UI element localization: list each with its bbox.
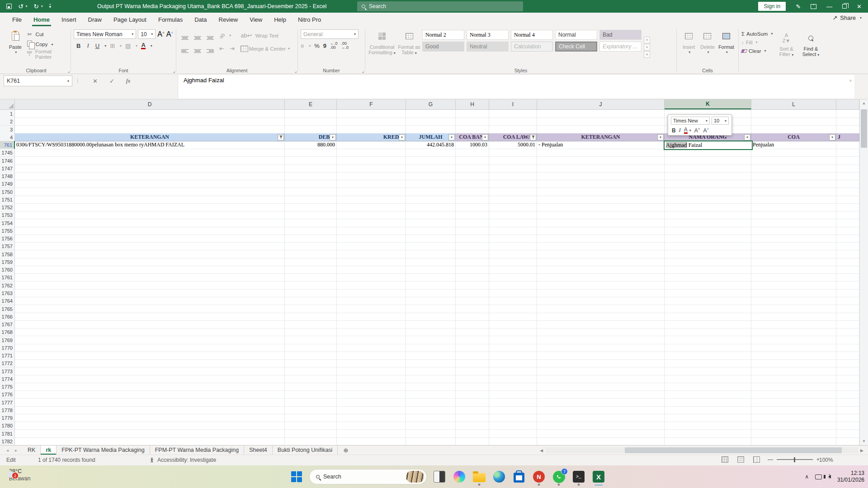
autosum-button[interactable]: ΣAutoSum▾ — [741, 30, 773, 38]
cell-K1782[interactable] — [665, 437, 751, 445]
cell-K1773[interactable] — [665, 367, 751, 375]
cell-I1759[interactable] — [489, 258, 537, 266]
align-bottom-icon[interactable] — [204, 30, 216, 41]
cell-I1751[interactable] — [489, 196, 537, 204]
cancel-icon[interactable]: ✕ — [93, 78, 98, 84]
cell-J2[interactable] — [537, 117, 665, 126]
cell-D1776[interactable] — [15, 390, 285, 399]
cell-E1762[interactable] — [285, 282, 337, 290]
edit-cell-K761[interactable]: Ajghmad Faizal — [664, 141, 753, 150]
cell-E1755[interactable] — [285, 227, 337, 235]
cell-E1752[interactable] — [285, 203, 337, 211]
cell-D2[interactable] — [15, 117, 285, 126]
cell-I1772[interactable] — [489, 359, 537, 367]
clear-button[interactable]: Clear▾ — [741, 47, 773, 55]
cell-E1757[interactable] — [285, 242, 337, 250]
cell-E1781[interactable] — [285, 430, 337, 438]
cell-J1753[interactable] — [537, 211, 665, 219]
cell-J1776[interactable] — [537, 390, 665, 399]
cell-F1779[interactable] — [337, 414, 406, 422]
column-header-E[interactable]: E — [285, 99, 337, 109]
redo-dropdown-icon[interactable]: ▾ — [41, 5, 43, 8]
cell-M1769[interactable] — [836, 336, 859, 344]
cell-I1774[interactable] — [489, 375, 537, 383]
cell-I1763[interactable] — [489, 289, 537, 297]
cell-H1780[interactable] — [456, 422, 489, 430]
cell-L1768[interactable] — [751, 328, 836, 336]
cell-L761[interactable]: Penjualan — [751, 141, 836, 149]
cell-D1747[interactable] — [15, 164, 285, 173]
cell-H1769[interactable] — [456, 336, 489, 344]
cell-F1776[interactable] — [337, 390, 406, 399]
cell-F1747[interactable] — [337, 164, 406, 173]
cell-J761[interactable]: - Penjualan — [537, 141, 665, 149]
row-number-1758[interactable]: 1758 — [0, 250, 15, 258]
cell-M1753[interactable] — [836, 211, 859, 219]
sheet-tab-rk[interactable]: RK — [23, 446, 41, 455]
row-number-1757[interactable]: 1757 — [0, 242, 15, 250]
cell-G1780[interactable] — [406, 422, 456, 430]
cell-I1780[interactable] — [489, 422, 537, 430]
cell-L4[interactable]: COA▾ — [751, 133, 836, 141]
cell-I1779[interactable] — [489, 414, 537, 422]
row-number-2[interactable]: 2 — [0, 117, 15, 126]
row-number-1752[interactable]: 1752 — [0, 203, 15, 211]
cell-H1773[interactable] — [456, 367, 489, 375]
conditional-formatting-button[interactable]: ConditionalFormatting▾ — [368, 28, 396, 66]
terminal-icon[interactable]: >_ — [571, 469, 586, 484]
cell-I1761[interactable] — [489, 273, 537, 282]
cell-K1780[interactable] — [665, 422, 751, 430]
cell-L1754[interactable] — [751, 219, 836, 227]
cell-I1765[interactable] — [489, 305, 537, 313]
cell-M1775[interactable] — [836, 383, 859, 391]
cell-J1745[interactable] — [537, 149, 665, 157]
cell-I1757[interactable] — [489, 242, 537, 250]
row-number-1745[interactable]: 1745 — [0, 149, 15, 157]
cell-style-bad[interactable]: Bad — [599, 30, 642, 40]
cell-M1758[interactable] — [836, 250, 859, 258]
cell-H1777[interactable] — [456, 399, 489, 407]
cell-I1760[interactable] — [489, 266, 537, 274]
column-header-G[interactable]: G — [406, 99, 456, 109]
cell-I1758[interactable] — [489, 250, 537, 258]
row-number-1747[interactable]: 1747 — [0, 164, 15, 173]
cell-G1763[interactable] — [406, 289, 456, 297]
cell-M1763[interactable] — [836, 289, 859, 297]
cell-K1779[interactable] — [665, 414, 751, 422]
cell-J1782[interactable] — [537, 437, 665, 445]
cell-G1754[interactable] — [406, 219, 456, 227]
gallery-up-icon[interactable]: ˄ — [644, 37, 650, 43]
cell-M1751[interactable] — [836, 196, 859, 204]
cell-K1778[interactable] — [665, 406, 751, 414]
cell-F1760[interactable] — [337, 266, 406, 274]
share-button[interactable]: ↗ Share ▾ — [832, 14, 862, 21]
row-number-1753[interactable]: 1753 — [0, 211, 15, 219]
cell-style-normal-3[interactable]: Normal 3 — [467, 30, 509, 40]
horizontal-scrollbar[interactable]: ◀ ▶ — [537, 446, 866, 455]
filter-applied-icon[interactable] — [530, 134, 536, 141]
cell-H1765[interactable] — [456, 305, 489, 313]
cell-D1773[interactable] — [15, 367, 285, 375]
cell-D1777[interactable] — [15, 399, 285, 407]
cell-I1754[interactable] — [489, 219, 537, 227]
cell-H2[interactable] — [456, 117, 489, 126]
cell-J1756[interactable] — [537, 235, 665, 243]
sheet-nav-left-icon[interactable]: ◂ — [6, 448, 9, 453]
windows-logo-icon[interactable] — [289, 469, 304, 484]
cell-E1[interactable] — [285, 110, 337, 118]
cell-J1755[interactable] — [537, 227, 665, 235]
row-number-1780[interactable]: 1780 — [0, 422, 15, 430]
menu-tab-page-layout[interactable]: Page Layout — [108, 13, 152, 26]
cell-K1751[interactable] — [665, 196, 751, 204]
cell-D1779[interactable] — [15, 414, 285, 422]
scroll-left-icon[interactable]: ◀ — [537, 448, 546, 453]
cell-L1778[interactable] — [751, 406, 836, 414]
cell-F1746[interactable] — [337, 157, 406, 165]
cell-H1778[interactable] — [456, 406, 489, 414]
row-number-1781[interactable]: 1781 — [0, 430, 15, 438]
menu-tab-nitro-pro[interactable]: Nitro Pro — [292, 13, 327, 26]
cell-L1773[interactable] — [751, 367, 836, 375]
cell-E1756[interactable] — [285, 235, 337, 243]
cell-J1757[interactable] — [537, 242, 665, 250]
cell-I1773[interactable] — [489, 367, 537, 375]
